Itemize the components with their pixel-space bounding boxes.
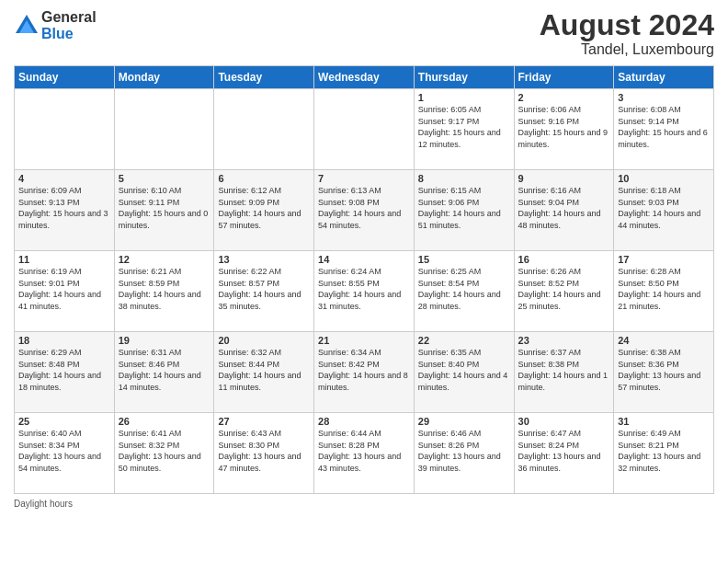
day-info: Sunrise: 6:34 AMSunset: 8:42 PMDaylight:… (318, 347, 410, 393)
day-number: 31 (618, 416, 710, 427)
day-cell-13: 10 Sunrise: 6:18 AMSunset: 9:03 PMDaylig… (614, 170, 714, 251)
day-cell-14: 11 Sunrise: 6:19 AMSunset: 9:01 PMDaylig… (15, 251, 115, 332)
col-thursday: Thursday (414, 66, 514, 89)
day-cell-9: 6 Sunrise: 6:12 AMSunset: 9:09 PMDayligh… (214, 170, 314, 251)
day-info: Sunrise: 6:49 AMSunset: 8:21 PMDaylight:… (618, 428, 710, 474)
day-cell-22: 19 Sunrise: 6:31 AMSunset: 8:46 PMDaylig… (114, 332, 214, 413)
month-year: August 2024 (540, 9, 714, 41)
day-number: 26 (119, 416, 210, 427)
day-number: 22 (418, 335, 510, 346)
day-info: Sunrise: 6:40 AMSunset: 8:34 PMDaylight:… (18, 428, 110, 474)
day-number: 28 (318, 416, 410, 427)
day-number: 29 (418, 416, 510, 427)
day-number: 23 (518, 335, 610, 346)
location: Tandel, Luxembourg (540, 41, 714, 58)
calendar-table: Sunday Monday Tuesday Wednesday Thursday… (14, 65, 714, 494)
day-number: 10 (618, 173, 710, 184)
footer-label: Daylight hours (14, 499, 73, 509)
day-cell-21: 18 Sunrise: 6:29 AMSunset: 8:48 PMDaylig… (15, 332, 115, 413)
day-cell-11: 8 Sunrise: 6:15 AMSunset: 9:06 PMDayligh… (414, 170, 514, 251)
day-info: Sunrise: 6:32 AMSunset: 8:44 PMDaylight:… (218, 347, 310, 393)
logo-general-text: General (41, 9, 97, 25)
day-info: Sunrise: 6:18 AMSunset: 9:03 PMDaylight:… (618, 185, 710, 231)
col-wednesday: Wednesday (314, 66, 415, 89)
day-cell-32: 29 Sunrise: 6:46 AMSunset: 8:26 PMDaylig… (414, 413, 514, 494)
day-info: Sunrise: 6:10 AMSunset: 9:11 PMDaylight:… (119, 185, 210, 231)
footer: Daylight hours (14, 499, 714, 509)
day-info: Sunrise: 6:41 AMSunset: 8:32 PMDaylight:… (119, 428, 210, 474)
logo-icon (14, 13, 40, 39)
day-cell-3 (314, 89, 415, 170)
day-info: Sunrise: 6:08 AMSunset: 9:14 PMDaylight:… (618, 104, 710, 150)
day-number: 20 (218, 335, 310, 346)
day-cell-16: 13 Sunrise: 6:22 AMSunset: 8:57 PMDaylig… (214, 251, 314, 332)
day-cell-31: 28 Sunrise: 6:44 AMSunset: 8:28 PMDaylig… (314, 413, 415, 494)
day-number: 27 (218, 416, 310, 427)
day-cell-6: 3 Sunrise: 6:08 AMSunset: 9:14 PMDayligh… (614, 89, 714, 170)
day-number: 14 (318, 254, 410, 265)
day-info: Sunrise: 6:16 AMSunset: 9:04 PMDaylight:… (518, 185, 610, 231)
day-info: Sunrise: 6:26 AMSunset: 8:52 PMDaylight:… (518, 266, 610, 312)
day-info: Sunrise: 6:12 AMSunset: 9:09 PMDaylight:… (218, 185, 310, 231)
day-number: 6 (218, 173, 310, 184)
day-info: Sunrise: 6:29 AMSunset: 8:48 PMDaylight:… (18, 347, 110, 393)
day-info: Sunrise: 6:35 AMSunset: 8:40 PMDaylight:… (418, 347, 510, 393)
day-number: 15 (418, 254, 510, 265)
day-info: Sunrise: 6:09 AMSunset: 9:13 PMDaylight:… (18, 185, 110, 231)
day-info: Sunrise: 6:24 AMSunset: 8:55 PMDaylight:… (318, 266, 410, 312)
day-number: 7 (318, 173, 410, 184)
day-info: Sunrise: 6:06 AMSunset: 9:16 PMDaylight:… (518, 104, 610, 150)
day-number: 19 (119, 335, 210, 346)
day-cell-34: 31 Sunrise: 6:49 AMSunset: 8:21 PMDaylig… (614, 413, 714, 494)
day-info: Sunrise: 6:47 AMSunset: 8:24 PMDaylight:… (518, 428, 610, 474)
day-number: 8 (418, 173, 510, 184)
page: General Blue August 2024 Tandel, Luxembo… (0, 0, 728, 563)
day-info: Sunrise: 6:31 AMSunset: 8:46 PMDaylight:… (119, 347, 210, 393)
col-friday: Friday (514, 66, 614, 89)
week-row-5: 25 Sunrise: 6:40 AMSunset: 8:34 PMDaylig… (15, 413, 714, 494)
day-info: Sunrise: 6:19 AMSunset: 9:01 PMDaylight:… (18, 266, 110, 312)
week-row-4: 18 Sunrise: 6:29 AMSunset: 8:48 PMDaylig… (15, 332, 714, 413)
day-number: 2 (518, 92, 610, 103)
day-info: Sunrise: 6:13 AMSunset: 9:08 PMDaylight:… (318, 185, 410, 231)
day-number: 12 (119, 254, 210, 265)
col-tuesday: Tuesday (214, 66, 314, 89)
day-info: Sunrise: 6:05 AMSunset: 9:17 PMDaylight:… (418, 104, 510, 150)
day-number: 18 (18, 335, 110, 346)
day-info: Sunrise: 6:22 AMSunset: 8:57 PMDaylight:… (218, 266, 310, 312)
day-number: 4 (18, 173, 110, 184)
col-saturday: Saturday (614, 66, 714, 89)
day-number: 5 (119, 173, 210, 184)
day-cell-19: 16 Sunrise: 6:26 AMSunset: 8:52 PMDaylig… (514, 251, 614, 332)
title-block: August 2024 Tandel, Luxembourg (540, 9, 714, 58)
logo-text: General Blue (41, 9, 97, 41)
day-cell-2 (214, 89, 314, 170)
day-number: 13 (218, 254, 310, 265)
day-info: Sunrise: 6:28 AMSunset: 8:50 PMDaylight:… (618, 266, 710, 312)
logo: General Blue (14, 9, 97, 41)
day-cell-1 (114, 89, 214, 170)
day-number: 21 (318, 335, 410, 346)
day-info: Sunrise: 6:38 AMSunset: 8:36 PMDaylight:… (618, 347, 710, 393)
day-cell-30: 27 Sunrise: 6:43 AMSunset: 8:30 PMDaylig… (214, 413, 314, 494)
week-row-2: 4 Sunrise: 6:09 AMSunset: 9:13 PMDayligh… (15, 170, 714, 251)
day-cell-7: 4 Sunrise: 6:09 AMSunset: 9:13 PMDayligh… (15, 170, 115, 251)
day-cell-17: 14 Sunrise: 6:24 AMSunset: 8:55 PMDaylig… (314, 251, 415, 332)
day-cell-5: 2 Sunrise: 6:06 AMSunset: 9:16 PMDayligh… (514, 89, 614, 170)
day-number: 11 (18, 254, 110, 265)
day-number: 9 (518, 173, 610, 184)
day-cell-8: 5 Sunrise: 6:10 AMSunset: 9:11 PMDayligh… (114, 170, 214, 251)
day-cell-12: 9 Sunrise: 6:16 AMSunset: 9:04 PMDayligh… (514, 170, 614, 251)
day-number: 3 (618, 92, 710, 103)
day-cell-33: 30 Sunrise: 6:47 AMSunset: 8:24 PMDaylig… (514, 413, 614, 494)
day-info: Sunrise: 6:25 AMSunset: 8:54 PMDaylight:… (418, 266, 510, 312)
day-cell-0 (15, 89, 115, 170)
day-cell-18: 15 Sunrise: 6:25 AMSunset: 8:54 PMDaylig… (414, 251, 514, 332)
col-sunday: Sunday (15, 66, 115, 89)
col-monday: Monday (114, 66, 214, 89)
week-row-3: 11 Sunrise: 6:19 AMSunset: 9:01 PMDaylig… (15, 251, 714, 332)
day-number: 17 (618, 254, 710, 265)
calendar-header-row: Sunday Monday Tuesday Wednesday Thursday… (15, 66, 714, 89)
day-cell-29: 26 Sunrise: 6:41 AMSunset: 8:32 PMDaylig… (114, 413, 214, 494)
day-cell-28: 25 Sunrise: 6:40 AMSunset: 8:34 PMDaylig… (15, 413, 115, 494)
